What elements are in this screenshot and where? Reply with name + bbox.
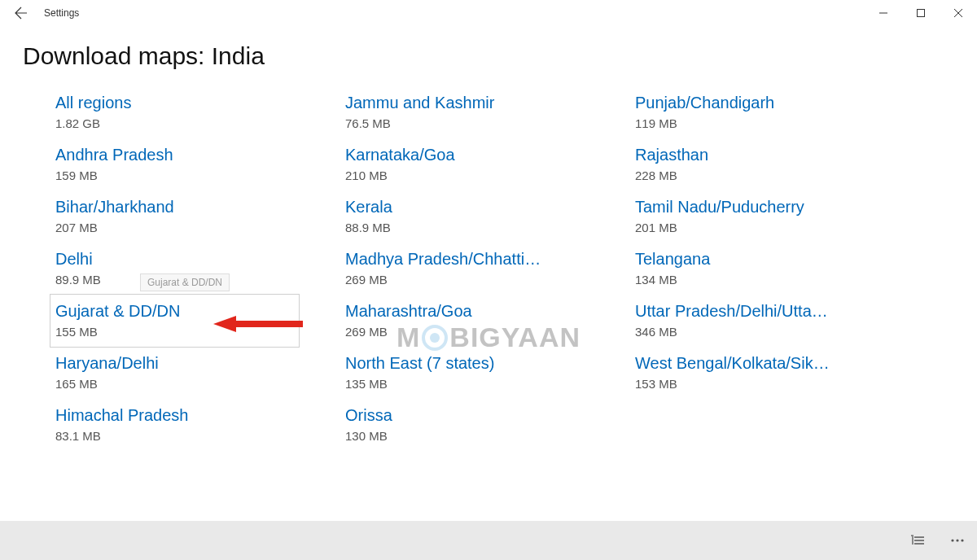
region-size: 130 MB — [345, 429, 622, 443]
region-size: 201 MB — [635, 221, 912, 234]
region-name: Punjab/Chandigarh — [635, 93, 896, 113]
ellipsis-icon — [950, 538, 965, 543]
minimize-icon — [878, 8, 888, 18]
app-title: Settings — [44, 7, 79, 19]
regions-column: Jammu and Kashmir76.5 MBKarnataka/Goa210… — [340, 86, 630, 451]
back-arrow-icon — [15, 7, 28, 20]
region-size: 134 MB — [635, 273, 912, 287]
close-button[interactable] — [940, 0, 977, 26]
back-button[interactable] — [7, 0, 36, 26]
region-size: 83.1 MB — [55, 429, 332, 443]
region-item[interactable]: Karnataka/Goa210 MB — [340, 138, 630, 190]
region-item[interactable]: Kerala88.9 MB — [340, 190, 630, 243]
region-name: Telangana — [635, 249, 896, 269]
region-item[interactable]: Maharashtra/Goa269 MB — [340, 295, 630, 347]
window-controls — [865, 0, 977, 26]
region-size: 207 MB — [55, 221, 332, 234]
region-item[interactable]: Himachal Pradesh83.1 MB — [50, 399, 340, 451]
titlebar: Settings — [0, 0, 977, 26]
region-size: 76.5 MB — [345, 116, 622, 130]
svg-point-5 — [961, 539, 963, 541]
region-size: 1.82 GB — [55, 116, 332, 130]
svg-marker-2 — [213, 316, 236, 332]
region-name: Maharashtra/Goa — [345, 301, 606, 322]
region-item[interactable]: All regions1.82 GB — [50, 86, 340, 138]
region-size: 269 MB — [345, 273, 622, 287]
region-item[interactable]: West Bengal/Kolkata/Sik…153 MB — [630, 347, 920, 399]
region-item[interactable]: Tamil Nadu/Puducherry201 MB — [630, 190, 920, 243]
regions-grid: All regions1.82 GBAndhra Pradesh159 MBBi… — [0, 86, 977, 451]
region-name: Himachal Pradesh — [55, 405, 316, 426]
region-size: 159 MB — [55, 168, 332, 182]
region-size: 165 MB — [55, 377, 332, 391]
bottom-app-bar — [0, 521, 977, 560]
minimize-button[interactable] — [865, 0, 902, 26]
region-item[interactable]: Haryana/Delhi165 MB — [50, 347, 340, 399]
annotation-arrow-icon — [213, 314, 303, 334]
region-name: Orissa — [345, 405, 606, 426]
region-name: Uttar Pradesh/Delhi/Utta… — [635, 301, 896, 322]
region-name: Haryana/Delhi — [55, 353, 316, 374]
list-view-button[interactable] — [909, 535, 928, 546]
region-size: 153 MB — [635, 377, 912, 391]
region-item[interactable]: Uttar Pradesh/Delhi/Utta…346 MB — [630, 295, 920, 347]
region-item[interactable]: Rajasthan228 MB — [630, 138, 920, 190]
list-icon — [911, 535, 926, 546]
region-name: Bihar/Jharkhand — [55, 197, 316, 217]
region-item[interactable]: Orissa130 MB — [340, 399, 630, 451]
tooltip: Gujarat & DD/DN — [140, 273, 230, 291]
regions-column: All regions1.82 GBAndhra Pradesh159 MBBi… — [50, 86, 340, 451]
region-name: Karnataka/Goa — [345, 145, 606, 165]
svg-point-4 — [956, 539, 958, 541]
region-size: 119 MB — [635, 116, 912, 130]
region-name: West Bengal/Kolkata/Sik… — [635, 353, 896, 374]
region-size: 135 MB — [345, 377, 622, 391]
region-size: 269 MB — [345, 325, 622, 339]
region-item[interactable]: Punjab/Chandigarh119 MB — [630, 86, 920, 138]
svg-point-3 — [951, 539, 953, 541]
maximize-button[interactable] — [902, 0, 940, 26]
region-size: 210 MB — [345, 168, 622, 182]
region-name: Madhya Pradesh/Chhatti… — [345, 249, 606, 269]
region-name: Andhra Pradesh — [55, 145, 316, 165]
region-item[interactable]: Gujarat & DD/DN155 MBGujarat & DD/DN — [50, 294, 300, 348]
close-icon — [953, 8, 963, 18]
regions-column: Punjab/Chandigarh119 MBRajasthan228 MBTa… — [630, 86, 920, 451]
region-name: Rajasthan — [635, 145, 896, 165]
region-item[interactable]: Madhya Pradesh/Chhatti…269 MB — [340, 243, 630, 295]
page-title: Download maps: India — [0, 26, 977, 86]
region-item[interactable]: North East (7 states)135 MB — [340, 347, 630, 399]
region-name: All regions — [55, 93, 316, 113]
region-name: Jammu and Kashmir — [345, 93, 606, 113]
region-name: Delhi — [55, 249, 316, 269]
region-size: 88.9 MB — [345, 221, 622, 234]
region-name: Kerala — [345, 197, 606, 217]
region-item[interactable]: Telangana134 MB — [630, 243, 920, 295]
svg-rect-0 — [918, 10, 925, 17]
maximize-icon — [916, 8, 926, 18]
region-item[interactable]: Jammu and Kashmir76.5 MB — [340, 86, 630, 138]
region-name: North East (7 states) — [345, 353, 606, 374]
more-button[interactable] — [948, 538, 967, 543]
region-item[interactable]: Bihar/Jharkhand207 MB — [50, 190, 340, 243]
region-name: Tamil Nadu/Puducherry — [635, 197, 896, 217]
region-size: 228 MB — [635, 168, 912, 182]
region-item[interactable]: Andhra Pradesh159 MB — [50, 138, 340, 190]
region-size: 346 MB — [635, 325, 912, 339]
